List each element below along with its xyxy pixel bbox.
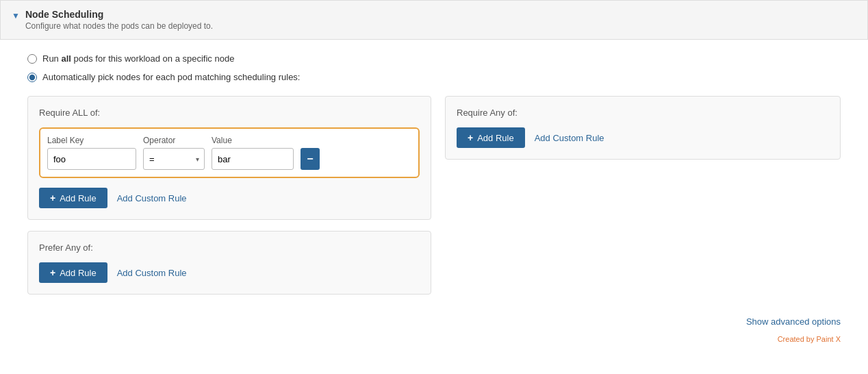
require-all-add-rule-label: Add Rule <box>60 193 96 203</box>
section-header-content: Node Scheduling Configure what nodes the… <box>25 9 213 31</box>
value-label: Value <box>212 136 294 145</box>
value-field: Value <box>212 136 294 170</box>
require-all-rule-row: Label Key Operator = != In NotIn <box>39 127 420 178</box>
prefer-plus-icon: + <box>50 267 55 278</box>
prefer-any-add-custom-rule-link[interactable]: Add Custom Rule <box>117 268 187 278</box>
section-subtitle: Configure what nodes the pods can be dep… <box>25 21 213 31</box>
operator-select[interactable]: = != In NotIn Exists DoesNotExist <box>143 148 205 170</box>
radio-auto-pick-input[interactable] <box>27 73 37 82</box>
require-any-add-custom-rule-link[interactable]: Add Custom Rule <box>535 133 604 143</box>
require-all-title: Require ALL of: <box>39 108 420 118</box>
require-all-add-row: + Add Rule Add Custom Rule <box>39 188 420 208</box>
prefer-any-title: Prefer Any of: <box>39 242 420 253</box>
prefer-any-box: Prefer Any of: + Add Rule Add Custom Rul… <box>27 231 431 295</box>
require-any-add-row: + Add Rule Add Custom Rule <box>457 127 829 148</box>
require-all-add-custom-rule-link[interactable]: Add Custom Rule <box>117 193 187 203</box>
require-any-add-rule-label: Add Rule <box>477 133 513 143</box>
require-any-title: Require Any of: <box>457 108 829 118</box>
require-all-box: Require ALL of: Label Key Operator = <box>27 96 431 220</box>
require-any-add-rule-button[interactable]: + Add Rule <box>457 127 525 148</box>
right-column: Require Any of: + Add Rule Add Custom Ru… <box>445 96 841 160</box>
require-all-add-rule-button[interactable]: + Add Rule <box>39 188 107 208</box>
minus-icon: − <box>307 153 313 165</box>
prefer-any-add-rule-button[interactable]: + Add Rule <box>39 262 107 283</box>
value-input[interactable] <box>212 148 294 170</box>
radio-group: Run all pods for this workload on a spec… <box>27 53 841 82</box>
radio-run-all-input[interactable] <box>27 54 37 64</box>
require-any-plus-icon: + <box>468 132 473 143</box>
prefer-any-add-row: + Add Rule Add Custom Rule <box>39 262 420 283</box>
prefer-any-add-rule-label: Add Rule <box>60 268 96 278</box>
radio-run-all-label: Run all pods for this workload on a spec… <box>42 53 234 64</box>
label-key-field: Label Key <box>47 136 136 170</box>
label-key-input[interactable] <box>47 148 136 170</box>
footer-row: Show advanced options <box>0 308 868 335</box>
require-any-box: Require Any of: + Add Rule Add Custom Ru… <box>445 96 841 160</box>
radio-auto-pick[interactable]: Automatically pick nodes for each pod ma… <box>27 72 841 82</box>
remove-rule-button[interactable]: − <box>301 148 320 170</box>
plus-icon: + <box>50 192 55 203</box>
main-content: Run all pods for this workload on a spec… <box>0 40 868 308</box>
radio-run-all[interactable]: Run all pods for this workload on a spec… <box>27 53 841 64</box>
columns-wrapper: Require ALL of: Label Key Operator = <box>27 96 841 295</box>
section-title: Node Scheduling <box>25 9 213 20</box>
show-advanced-link[interactable]: Show advanced options <box>746 316 841 327</box>
created-by: Created by Paint X <box>0 335 868 349</box>
chevron-icon: ▼ <box>12 11 20 21</box>
operator-field: Operator = != In NotIn Exists DoesNotExi… <box>143 136 205 170</box>
page-wrapper: ▼ Node Scheduling Configure what nodes t… <box>0 0 868 374</box>
section-header: ▼ Node Scheduling Configure what nodes t… <box>0 0 868 40</box>
label-key-label: Label Key <box>47 136 136 145</box>
left-column: Require ALL of: Label Key Operator = <box>27 96 431 295</box>
operator-select-wrapper: = != In NotIn Exists DoesNotExist ▾ <box>143 148 205 170</box>
radio-auto-pick-label: Automatically pick nodes for each pod ma… <box>42 72 301 82</box>
operator-label: Operator <box>143 136 205 145</box>
